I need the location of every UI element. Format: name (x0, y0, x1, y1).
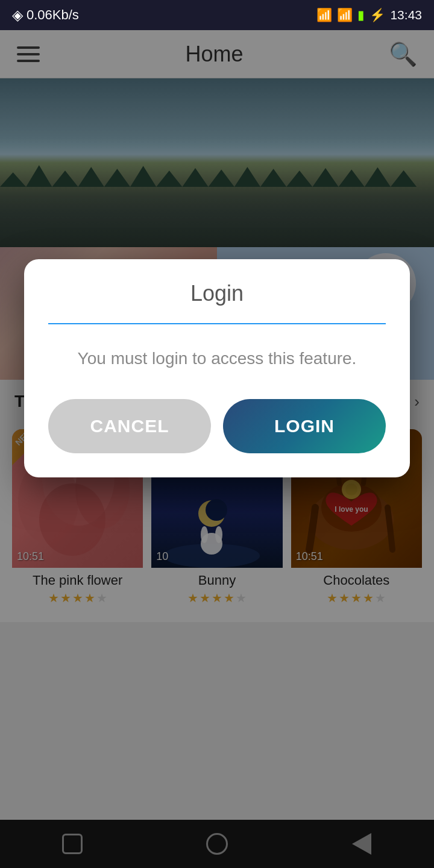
dialog-title: Login (48, 281, 386, 306)
dialog-message: You must login to access this feature. (48, 346, 386, 371)
status-right: 📶 📶 ▮ ⚡ 13:43 (316, 8, 422, 22)
clock: 13:43 (390, 8, 422, 22)
cancel-button[interactable]: CANCEL (48, 399, 211, 453)
dialog-body: You must login to access this feature. (24, 324, 410, 393)
modal-overlay: Login You must login to access this feat… (0, 0, 434, 868)
dialog-actions: CANCEL LOGIN (24, 393, 410, 477)
status-bar: ◈ 0.06Kb/s 📶 📶 ▮ ⚡ 13:43 (0, 0, 434, 30)
app-icon: ◈ (12, 7, 23, 24)
dialog-underline (48, 323, 386, 324)
signal-icon: 📶 (337, 8, 353, 22)
login-button[interactable]: LOGIN (223, 399, 386, 453)
wifi-icon: 📶 (316, 8, 332, 22)
network-speed: 0.06Kb/s (27, 7, 79, 23)
dialog-header: Login (24, 259, 410, 324)
lightning-icon: ⚡ (370, 8, 385, 22)
battery-icon: ▮ (357, 8, 365, 22)
login-dialog: Login You must login to access this feat… (24, 259, 410, 477)
status-left: ◈ 0.06Kb/s (12, 7, 79, 24)
